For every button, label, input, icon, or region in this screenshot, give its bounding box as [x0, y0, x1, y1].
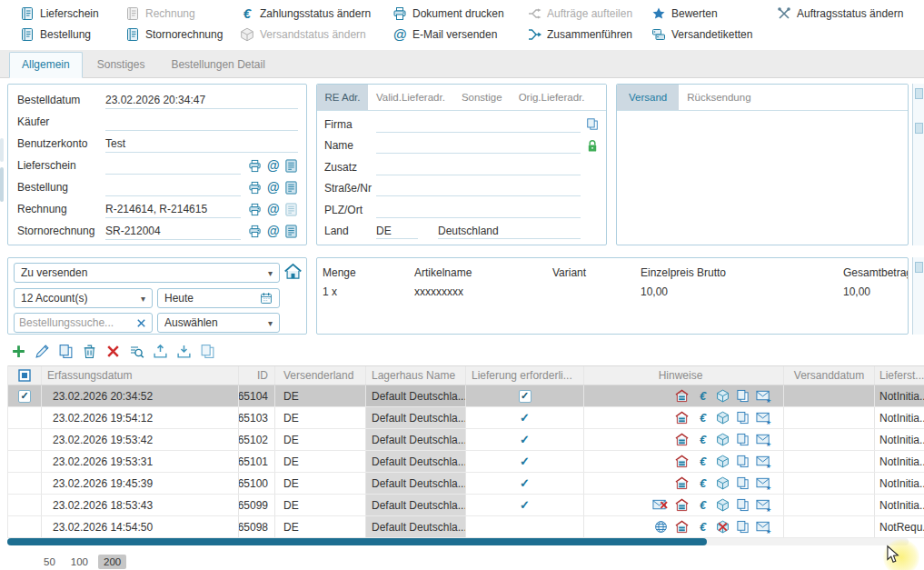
- bestellung-value[interactable]: [105, 179, 241, 196]
- tab-sonstiges[interactable]: Sonstiges: [85, 53, 157, 77]
- cancel-button[interactable]: [105, 344, 121, 359]
- document-icon[interactable]: [284, 225, 298, 238]
- left-scrollbar-segment[interactable]: [0, 138, 4, 162]
- mail-star-icon[interactable]: ★: [756, 498, 771, 512]
- package-error-icon[interactable]: [716, 520, 730, 534]
- header-hinweise[interactable]: Hinweise: [584, 366, 784, 385]
- print-icon[interactable]: [248, 159, 262, 173]
- header-lieferstatus[interactable]: Lieferst...: [875, 366, 924, 385]
- package-icon[interactable]: [716, 389, 730, 403]
- header-erfassungsdatum[interactable]: Erfassungsdatum: [42, 366, 239, 385]
- tab-bestellungen-detail[interactable]: Bestellungen Detail: [159, 53, 276, 77]
- order-row[interactable]: 23.02.2026 19:53:31 65101 DE Default Deu…: [8, 451, 924, 473]
- order-row[interactable]: 23.02.2026 20:34:52 65104 DE Default Deu…: [8, 385, 924, 407]
- page-size-50[interactable]: 50: [38, 555, 61, 569]
- header-id[interactable]: ID: [239, 366, 275, 385]
- order-row[interactable]: 23.02.2026 18:53:43 65099 DE Default Deu…: [8, 495, 924, 516]
- email-icon[interactable]: @: [266, 203, 280, 216]
- page-size-200[interactable]: 200: [98, 555, 126, 569]
- page-size-100[interactable]: 100: [65, 555, 94, 569]
- copy-icon[interactable]: [736, 389, 750, 403]
- order-row[interactable]: 23.02.2026 14:54:50 65098 DE Default Deu…: [8, 516, 924, 538]
- warehouse-icon[interactable]: [674, 389, 690, 403]
- collapsed-side-panel[interactable]: [912, 257, 924, 335]
- warehouse-icon[interactable]: [674, 498, 690, 512]
- payment-icon[interactable]: €: [696, 498, 710, 512]
- land-code-input[interactable]: DE: [376, 223, 418, 239]
- copy-button[interactable]: [58, 344, 74, 359]
- copy-address-icon[interactable]: [586, 117, 599, 131]
- mail-star-icon[interactable]: ★: [756, 476, 771, 490]
- copy-icon[interactable]: [736, 455, 750, 468]
- left-scrollbar-segment[interactable]: [0, 167, 4, 202]
- print-icon[interactable]: [248, 203, 262, 216]
- search-orders-button[interactable]: [129, 344, 144, 359]
- select-filter-dropdown[interactable]: Auswählen: [157, 313, 280, 333]
- warehouse-icon[interactable]: [674, 476, 690, 490]
- kaeufer-value[interactable]: [105, 114, 298, 131]
- row-checkbox[interactable]: [18, 390, 31, 403]
- header-versanddatum[interactable]: Versanddatum: [784, 366, 875, 385]
- mail-star-icon[interactable]: ★: [756, 455, 771, 468]
- copy-icon[interactable]: [736, 498, 750, 512]
- plz-ort-input[interactable]: [376, 202, 581, 218]
- email-icon[interactable]: @: [266, 181, 280, 195]
- home-button[interactable]: [283, 263, 303, 280]
- accounts-dropdown[interactable]: 12 Account(s): [14, 288, 153, 308]
- header-lagerhaus[interactable]: Lagerhaus Name: [366, 366, 466, 385]
- edit-button[interactable]: [35, 344, 50, 359]
- mail-error-icon[interactable]: [652, 498, 668, 512]
- order-row[interactable]: 23.02.2026 19:45:39 65100 DE Default Deu…: [8, 473, 924, 495]
- lieferschein-value[interactable]: [105, 157, 241, 175]
- toolbar-zusammenfuehren[interactable]: Zusammenführen: [527, 26, 632, 43]
- tab-ruecksendung[interactable]: Rücksendung: [679, 85, 759, 110]
- warehouse-icon[interactable]: [674, 455, 690, 468]
- scrollbar-thumb[interactable]: [7, 538, 707, 545]
- toolbar-versandstatus[interactable]: Versandstatus ändern: [240, 26, 366, 43]
- toolbar-auftragsstatus[interactable]: Auftragsstatus ändern: [777, 5, 903, 22]
- mail-star-icon[interactable]: ★: [756, 433, 771, 446]
- toolbar-lieferschein[interactable]: Lieferschein: [20, 5, 99, 22]
- copy-icon[interactable]: [736, 411, 750, 425]
- select-all-checkbox[interactable]: [8, 366, 42, 385]
- import-button[interactable]: [176, 344, 192, 359]
- send-status-dropdown[interactable]: Zu versenden: [14, 263, 280, 283]
- export-button[interactable]: [153, 344, 168, 359]
- warehouse-icon[interactable]: [674, 520, 690, 534]
- package-icon[interactable]: [716, 411, 730, 425]
- bestelldatum-value[interactable]: 23.02.2026 20:34:47: [105, 92, 298, 109]
- print-icon[interactable]: [248, 225, 262, 238]
- collapsed-side-panel[interactable]: [912, 84, 924, 245]
- payment-icon[interactable]: €: [696, 389, 710, 403]
- mail-star-icon[interactable]: ★: [756, 411, 771, 425]
- warehouse-icon[interactable]: [674, 433, 690, 446]
- header-versenderland[interactable]: Versenderland: [275, 366, 366, 385]
- firma-input[interactable]: [376, 116, 581, 133]
- delivery-required-checkbox[interactable]: [519, 390, 532, 403]
- benutzerkonto-value[interactable]: Test: [105, 135, 298, 153]
- globe-icon[interactable]: [654, 520, 668, 534]
- copy-icon[interactable]: [736, 433, 750, 446]
- toolbar-auftraege-aufteilen[interactable]: Aufträge aufteilen: [527, 5, 632, 22]
- lock-icon[interactable]: [586, 139, 599, 153]
- toolbar-versandetiketten[interactable]: Versandetiketten: [651, 26, 752, 43]
- toolbar-email-versenden[interactable]: @E-Mail versenden: [392, 26, 497, 43]
- order-row[interactable]: 23.02.2026 19:54:12 65103 DE Default Deu…: [8, 407, 924, 429]
- duplicate-button[interactable]: [200, 344, 215, 359]
- order-search-input[interactable]: [19, 316, 135, 329]
- toolbar-dokument-drucken[interactable]: Dokument drucken: [392, 5, 504, 22]
- tab-valid-lieferadr[interactable]: Valid.Lieferadr.: [368, 85, 453, 110]
- tab-versand[interactable]: Versand: [617, 85, 679, 110]
- package-icon[interactable]: [716, 498, 730, 512]
- toolbar-bewerten[interactable]: Bewerten: [651, 5, 718, 22]
- email-icon[interactable]: @: [266, 159, 280, 173]
- copy-icon[interactable]: [736, 520, 750, 534]
- tab-allgemein[interactable]: Allgemein: [9, 52, 83, 78]
- horizontal-scrollbar[interactable]: [7, 538, 909, 545]
- order-row[interactable]: 23.02.2026 19:53:42 65102 DE Default Deu…: [8, 429, 924, 451]
- payment-icon[interactable]: €: [696, 455, 710, 468]
- copy-icon[interactable]: [736, 476, 750, 490]
- delete-button[interactable]: [82, 344, 97, 359]
- order-item-row[interactable]: 1 x xxxxxxxxx 10,00 10,00: [317, 285, 908, 298]
- strasse-input[interactable]: [376, 180, 581, 196]
